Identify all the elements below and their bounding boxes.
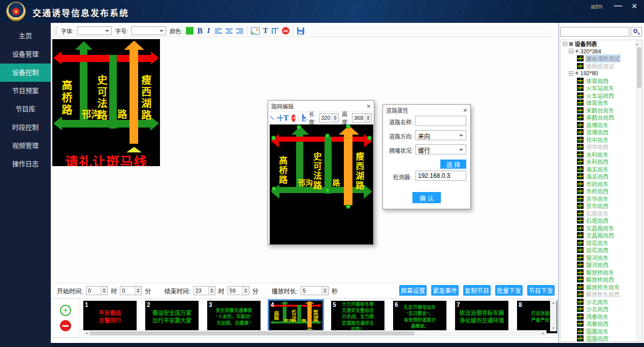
strip-horizontal-scrollbar[interactable]: ◂ ▸ — [83, 330, 546, 336]
tree-root[interactable]: ▦设备列表 — [561, 40, 642, 48]
sidebar-item-2[interactable]: 设备管理 — [0, 45, 51, 64]
font-size-select[interactable] — [132, 26, 166, 35]
device-item[interactable]: 邗中岗东 — [561, 136, 642, 144]
device-item[interactable]: 双博岗西 — [561, 129, 642, 136]
end-minute-spinner[interactable]: 59 — [228, 286, 249, 295]
scroll-down-arrow[interactable]: ▾ — [550, 325, 557, 331]
start-hour-spinner[interactable]: 0 — [86, 286, 108, 295]
scroll-right-arrow[interactable]: ▸ — [540, 331, 546, 335]
program-thumbnail-6[interactable]: 6扎实开展电动车“百日整治”，有效预防道路交通事故。 — [393, 301, 446, 333]
device-item[interactable]: 琼花岗东 — [561, 239, 642, 247]
line-tool-icon[interactable] — [270, 114, 274, 121]
font-family-select[interactable] — [77, 26, 112, 35]
device-item[interactable]: 石塔岗西 — [561, 217, 642, 225]
scrollbar-thumb[interactable] — [89, 331, 414, 335]
text-tool-button[interactable]: T — [283, 114, 288, 122]
road-properties-titlebar[interactable]: 道路属性 × — [383, 105, 470, 115]
device-item[interactable]: 维扬岗测试 — [561, 62, 642, 70]
control-point[interactable] — [346, 204, 350, 209]
move-tool-icon[interactable] — [277, 115, 280, 121]
program-thumbnail-5[interactable]: 5大力开展秋冬季交通安全整治百日会战，全力稳定道路交通安全形势！ — [331, 301, 384, 333]
device-item[interactable]: 京华岗东 — [561, 195, 642, 203]
minimize-button[interactable]: — — [613, 1, 624, 10]
device-item[interactable]: 解放桥东岗东 — [561, 283, 642, 291]
action-button-4[interactable]: 批量下发 — [495, 285, 523, 296]
device-item[interactable]: 螺丝湾桥测试 — [561, 55, 642, 62]
device-item[interactable]: 体育岗东 — [561, 99, 642, 107]
remove-program-button[interactable] — [60, 320, 71, 331]
device-search-button[interactable] — [631, 27, 642, 37]
control-point[interactable] — [325, 188, 330, 193]
sidebar-item-6[interactable]: 时段控制 — [0, 118, 51, 137]
road-properties-close[interactable]: × — [463, 107, 467, 114]
road-network-dialog-close[interactable]: × — [367, 103, 371, 110]
insert-image-icon[interactable] — [251, 27, 260, 35]
device-item[interactable]: 石塔岗东 — [561, 210, 642, 217]
add-program-button[interactable]: + — [60, 305, 71, 316]
program-thumbnail-7[interactable]: 7依法治理非标车辆净化城市交通环境 — [455, 301, 508, 333]
program-thumbnail-3[interactable]: 3发生轻微交通事故“人未伤，车能动”先拍照，后撤离” — [207, 301, 261, 333]
device-item[interactable]: 国展岗西 — [561, 335, 642, 342]
device-item[interactable]: 解放桥岗西 — [561, 276, 642, 283]
start-hour-arrows[interactable] — [101, 287, 107, 295]
device-item[interactable]: 解放桥东岗西 — [561, 291, 642, 298]
device-item[interactable]: 文昌阁岗东 — [561, 225, 642, 232]
align-left-icon[interactable] — [215, 28, 222, 34]
control-point[interactable] — [367, 136, 372, 140]
program-thumbnail-2[interactable]: 2春运安全连万家出行平安靠大家 — [145, 301, 199, 333]
end-hour-arrows[interactable] — [208, 287, 215, 295]
action-button-1[interactable]: 屏幕设置 — [399, 285, 427, 296]
tree-scrollbar[interactable]: ▴ — [636, 40, 642, 341]
collapse-icon[interactable] — [569, 71, 573, 76]
device-item[interactable]: 银河岗西 — [561, 261, 642, 269]
road-direction-select[interactable]: 来向 — [415, 130, 466, 140]
scroll-left-arrow[interactable]: ◂ — [83, 331, 89, 335]
device-item[interactable]: 鸿泰岗西 — [561, 320, 642, 328]
device-item[interactable]: 鸿泰岗东 — [561, 313, 642, 321]
color-swatch[interactable] — [186, 27, 194, 35]
length-spinner[interactable]: 320 — [319, 113, 339, 122]
road-network-canvas[interactable]: 高桥路 史可法路 瘦西湖路 邗沟 路 — [270, 124, 373, 244]
bold-button[interactable]: B — [197, 26, 203, 36]
height-spinner[interactable]: 368 — [352, 113, 372, 122]
scroll-up-arrow[interactable]: ▴ — [550, 300, 557, 306]
sidebar-item-7[interactable]: 视频管理 — [0, 137, 51, 155]
strip-vertical-scrollbar[interactable]: ▴ ▾ — [550, 300, 557, 331]
align-center-icon[interactable] — [226, 28, 233, 34]
device-item[interactable]: 解放桥岗东 — [561, 269, 642, 276]
close-button[interactable]: × — [629, 1, 640, 12]
device-item[interactable]: 体育岗西 — [561, 77, 642, 85]
sign-preview[interactable]: 高桥路 史可法路 瘦西湖路 邗沟 路 请礼让斑马线 — [52, 39, 160, 166]
device-search-input[interactable] — [560, 27, 629, 37]
device-item[interactable]: 文昌阁岗西 — [561, 232, 642, 239]
device-item[interactable]: 琼花岗西 — [561, 246, 642, 254]
congestion-select[interactable]: 缓行 — [415, 144, 466, 154]
save-icon[interactable] — [297, 27, 304, 35]
grid-tool-icon[interactable] — [272, 28, 278, 34]
start-minute-spinner[interactable]: 0 — [120, 286, 142, 295]
end-minute-arrows[interactable] — [242, 287, 249, 295]
device-item[interactable]: 京华岗西 — [561, 202, 642, 210]
control-point[interactable] — [297, 125, 301, 130]
road-network-dialog-titlebar[interactable]: 路网编辑 × — [268, 101, 374, 111]
scroll-up-arrow[interactable]: ▴ — [636, 42, 638, 46]
action-button-5[interactable]: 节目下发 — [527, 285, 555, 296]
sidebar-item-5[interactable]: 节目库 — [0, 100, 51, 118]
sidebar-item-8[interactable]: 操作日志 — [0, 155, 51, 173]
collapse-icon[interactable] — [569, 49, 573, 53]
control-point[interactable] — [272, 186, 276, 191]
action-button-2[interactable]: 紧急事件 — [431, 285, 459, 296]
device-item[interactable]: 银河岗东 — [561, 254, 642, 262]
device-item[interactable]: 沙北岗西 — [561, 305, 642, 313]
program-thumbnail-1[interactable]: 1平安春运交警同行 — [83, 301, 137, 333]
action-button-3[interactable]: 复制节目 — [463, 285, 491, 296]
device-item[interactable]: 沙北岗东 — [561, 298, 642, 306]
road-name-input[interactable] — [415, 116, 466, 126]
end-hour-spinner[interactable]: 23 — [194, 286, 215, 295]
align-right-icon[interactable] — [236, 28, 243, 34]
sidebar-item-1[interactable]: 主页 — [0, 27, 51, 45]
start-minute-arrows[interactable] — [135, 287, 141, 295]
sign-preview[interactable]: 高桥路 史可法路 瘦西湖路 邗沟 路 请礼让斑马线 — [269, 301, 323, 333]
duration-arrows[interactable] — [321, 287, 328, 295]
height-spinner-arrows[interactable] — [365, 114, 371, 122]
